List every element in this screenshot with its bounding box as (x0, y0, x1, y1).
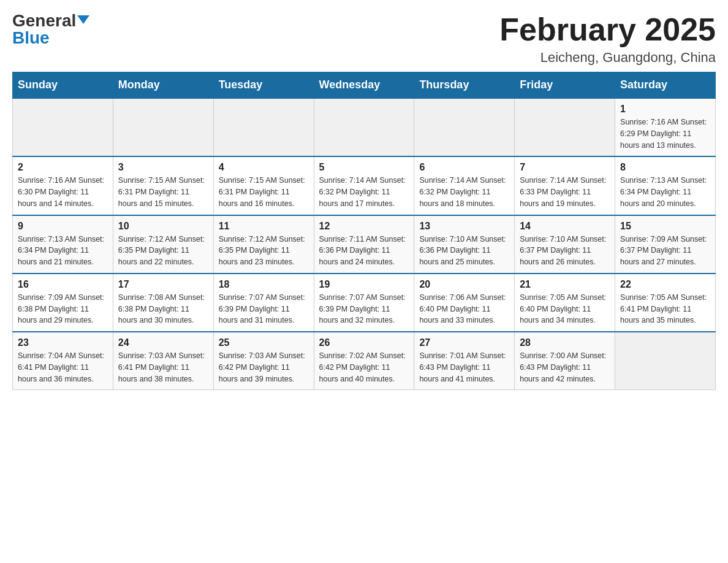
day-info: Sunrise: 7:05 AM Sunset: 6:41 PM Dayligh… (620, 292, 710, 326)
month-title: February 2025 (499, 12, 716, 47)
calendar-week-row: 2Sunrise: 7:16 AM Sunset: 6:30 PM Daylig… (13, 156, 716, 215)
day-number: 9 (18, 221, 108, 232)
calendar-cell: 8Sunrise: 7:13 AM Sunset: 6:34 PM Daylig… (615, 156, 716, 215)
day-number: 3 (118, 162, 208, 173)
calendar-cell: 2Sunrise: 7:16 AM Sunset: 6:30 PM Daylig… (13, 156, 113, 215)
calendar-cell: 1Sunrise: 7:16 AM Sunset: 6:29 PM Daylig… (615, 98, 716, 156)
day-number: 21 (520, 279, 610, 290)
day-info: Sunrise: 7:16 AM Sunset: 6:29 PM Dayligh… (620, 117, 710, 151)
day-info: Sunrise: 7:02 AM Sunset: 6:42 PM Dayligh… (319, 350, 409, 385)
day-info: Sunrise: 7:09 AM Sunset: 6:37 PM Dayligh… (620, 234, 710, 268)
page-header: General Blue February 2025 Leicheng, Gua… (12, 12, 716, 66)
day-number: 8 (620, 162, 710, 173)
calendar-cell (113, 98, 213, 156)
calendar-cell: 22Sunrise: 7:05 AM Sunset: 6:41 PM Dayli… (615, 274, 716, 332)
location-title: Leicheng, Guangdong, China (499, 50, 716, 66)
day-info: Sunrise: 7:07 AM Sunset: 6:39 PM Dayligh… (319, 292, 409, 326)
calendar-cell: 15Sunrise: 7:09 AM Sunset: 6:37 PM Dayli… (615, 215, 716, 274)
logo-triangle-icon (77, 15, 89, 24)
day-number: 1 (620, 104, 710, 115)
calendar-cell: 13Sunrise: 7:10 AM Sunset: 6:36 PM Dayli… (414, 215, 515, 274)
day-info: Sunrise: 7:04 AM Sunset: 6:41 PM Dayligh… (18, 350, 108, 385)
calendar-cell: 16Sunrise: 7:09 AM Sunset: 6:38 PM Dayli… (13, 274, 113, 332)
day-info: Sunrise: 7:14 AM Sunset: 6:33 PM Dayligh… (520, 175, 610, 209)
day-info: Sunrise: 7:14 AM Sunset: 6:32 PM Dayligh… (319, 175, 409, 209)
day-number: 16 (18, 279, 108, 290)
calendar-cell: 19Sunrise: 7:07 AM Sunset: 6:39 PM Dayli… (314, 274, 414, 332)
day-number: 5 (319, 162, 409, 173)
calendar-cell (213, 98, 314, 156)
calendar-cell: 21Sunrise: 7:05 AM Sunset: 6:40 PM Dayli… (515, 274, 615, 332)
calendar-cell: 28Sunrise: 7:00 AM Sunset: 6:43 PM Dayli… (515, 332, 615, 390)
day-info: Sunrise: 7:13 AM Sunset: 6:34 PM Dayligh… (620, 175, 710, 209)
day-info: Sunrise: 7:12 AM Sunset: 6:35 PM Dayligh… (118, 234, 208, 268)
day-info: Sunrise: 7:10 AM Sunset: 6:36 PM Dayligh… (419, 234, 509, 268)
day-number: 23 (18, 337, 108, 348)
calendar-cell (13, 98, 113, 156)
day-number: 13 (419, 221, 509, 232)
day-of-week-header: Friday (515, 72, 615, 99)
calendar-cell (615, 332, 716, 390)
calendar-cell: 27Sunrise: 7:01 AM Sunset: 6:43 PM Dayli… (414, 332, 515, 390)
calendar-cell: 14Sunrise: 7:10 AM Sunset: 6:37 PM Dayli… (515, 215, 615, 274)
day-number: 11 (219, 221, 309, 232)
calendar-cell (515, 98, 615, 156)
day-number: 27 (419, 337, 509, 348)
calendar-cell: 26Sunrise: 7:02 AM Sunset: 6:42 PM Dayli… (314, 332, 414, 390)
day-number: 7 (520, 162, 610, 173)
day-info: Sunrise: 7:16 AM Sunset: 6:30 PM Dayligh… (18, 175, 108, 209)
calendar-week-row: 23Sunrise: 7:04 AM Sunset: 6:41 PM Dayli… (13, 332, 716, 390)
day-number: 18 (219, 279, 309, 290)
calendar-cell: 3Sunrise: 7:15 AM Sunset: 6:31 PM Daylig… (113, 156, 213, 215)
day-of-week-header: Saturday (615, 72, 716, 99)
calendar-cell: 23Sunrise: 7:04 AM Sunset: 6:41 PM Dayli… (13, 332, 113, 390)
day-info: Sunrise: 7:06 AM Sunset: 6:40 PM Dayligh… (419, 292, 509, 326)
day-number: 15 (620, 221, 710, 232)
logo-general-text: General (12, 12, 76, 29)
day-number: 14 (520, 221, 610, 232)
day-info: Sunrise: 7:09 AM Sunset: 6:38 PM Dayligh… (18, 292, 108, 326)
day-info: Sunrise: 7:07 AM Sunset: 6:39 PM Dayligh… (219, 292, 309, 326)
calendar-cell: 12Sunrise: 7:11 AM Sunset: 6:36 PM Dayli… (314, 215, 414, 274)
day-of-week-header: Thursday (414, 72, 515, 99)
calendar-header-row: SundayMondayTuesdayWednesdayThursdayFrid… (13, 72, 716, 99)
calendar-cell: 4Sunrise: 7:15 AM Sunset: 6:31 PM Daylig… (213, 156, 314, 215)
calendar-cell: 11Sunrise: 7:12 AM Sunset: 6:35 PM Dayli… (213, 215, 314, 274)
day-info: Sunrise: 7:13 AM Sunset: 6:34 PM Dayligh… (18, 234, 108, 268)
calendar-week-row: 9Sunrise: 7:13 AM Sunset: 6:34 PM Daylig… (13, 215, 716, 274)
day-number: 24 (118, 337, 208, 348)
calendar-cell: 6Sunrise: 7:14 AM Sunset: 6:32 PM Daylig… (414, 156, 515, 215)
title-block: February 2025 Leicheng, Guangdong, China (499, 12, 716, 66)
day-info: Sunrise: 7:11 AM Sunset: 6:36 PM Dayligh… (319, 234, 409, 268)
calendar-cell: 5Sunrise: 7:14 AM Sunset: 6:32 PM Daylig… (314, 156, 414, 215)
day-info: Sunrise: 7:08 AM Sunset: 6:38 PM Dayligh… (118, 292, 208, 326)
day-of-week-header: Monday (113, 72, 213, 99)
day-number: 12 (319, 221, 409, 232)
calendar-cell: 7Sunrise: 7:14 AM Sunset: 6:33 PM Daylig… (515, 156, 615, 215)
day-number: 4 (219, 162, 309, 173)
calendar-cell: 10Sunrise: 7:12 AM Sunset: 6:35 PM Dayli… (113, 215, 213, 274)
calendar-cell: 20Sunrise: 7:06 AM Sunset: 6:40 PM Dayli… (414, 274, 515, 332)
day-info: Sunrise: 7:03 AM Sunset: 6:42 PM Dayligh… (219, 350, 309, 385)
day-of-week-header: Tuesday (213, 72, 314, 99)
day-number: 2 (18, 162, 108, 173)
day-number: 17 (118, 279, 208, 290)
calendar-table: SundayMondayTuesdayWednesdayThursdayFrid… (12, 72, 716, 390)
calendar-cell: 17Sunrise: 7:08 AM Sunset: 6:38 PM Dayli… (113, 274, 213, 332)
day-number: 28 (520, 337, 610, 348)
calendar-week-row: 1Sunrise: 7:16 AM Sunset: 6:29 PM Daylig… (13, 98, 716, 156)
day-info: Sunrise: 7:01 AM Sunset: 6:43 PM Dayligh… (419, 350, 509, 385)
logo-blue-text: Blue (12, 29, 50, 47)
day-number: 10 (118, 221, 208, 232)
calendar-cell: 25Sunrise: 7:03 AM Sunset: 6:42 PM Dayli… (213, 332, 314, 390)
calendar-cell: 9Sunrise: 7:13 AM Sunset: 6:34 PM Daylig… (13, 215, 113, 274)
day-number: 20 (419, 279, 509, 290)
calendar-cell: 18Sunrise: 7:07 AM Sunset: 6:39 PM Dayli… (213, 274, 314, 332)
day-info: Sunrise: 7:14 AM Sunset: 6:32 PM Dayligh… (419, 175, 509, 209)
day-number: 26 (319, 337, 409, 348)
day-info: Sunrise: 7:12 AM Sunset: 6:35 PM Dayligh… (219, 234, 309, 268)
day-number: 6 (419, 162, 509, 173)
day-info: Sunrise: 7:15 AM Sunset: 6:31 PM Dayligh… (219, 175, 309, 209)
calendar-week-row: 16Sunrise: 7:09 AM Sunset: 6:38 PM Dayli… (13, 274, 716, 332)
calendar-cell: 24Sunrise: 7:03 AM Sunset: 6:41 PM Dayli… (113, 332, 213, 390)
